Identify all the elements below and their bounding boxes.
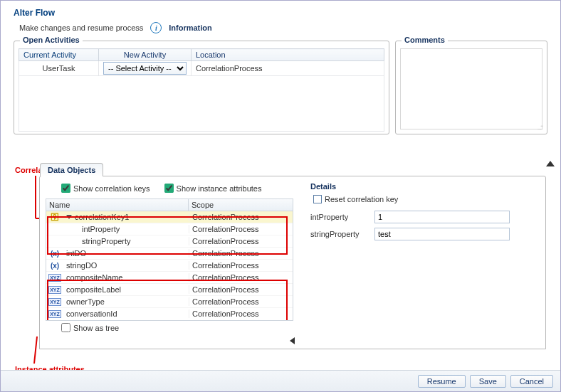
list-item[interactable]: ⚿correlationKey1CorrelationProcess: [46, 211, 293, 223]
open-activities-legend: Open Activities: [20, 36, 83, 44]
list-item[interactable]: XYZownerTypeCorrelationProcess: [46, 296, 293, 308]
chk-show-correlation-label: Show correlation keys: [73, 184, 150, 193]
key-icon: ⚿: [51, 212, 59, 222]
row-scope: CorrelationProcess: [189, 309, 293, 318]
comments-panel: Comments ..::: [395, 41, 547, 134]
row-scope: CorrelationProcess: [189, 237, 293, 245]
chk-show-instance[interactable]: Show instance attributes: [164, 184, 262, 193]
row-scope: CorrelationProcess: [189, 297, 293, 306]
open-activities-panel: Open Activities Current Activity New Act…: [14, 41, 389, 134]
chk-show-as-tree-box[interactable]: [61, 323, 70, 332]
data-objects-panel: Data Objects Show correlation keys Show …: [39, 176, 546, 349]
select-activity[interactable]: -- Select Activity --: [103, 62, 187, 75]
row-name: intProperty: [82, 225, 120, 233]
detail-field-label: stringProperty: [310, 230, 374, 238]
detail-field-label: intProperty: [310, 213, 374, 221]
location-cell: CorrelationProcess: [192, 61, 384, 76]
row-scope: CorrelationProcess: [189, 273, 293, 282]
col-current-activity: Current Activity: [19, 49, 99, 61]
chk-show-as-tree-label: Show as tree: [73, 324, 119, 332]
resume-button[interactable]: Resume: [418, 375, 466, 388]
row-scope: CorrelationProcess: [189, 261, 293, 270]
row-name: intDO: [66, 249, 86, 258]
row-scope: CorrelationProcess: [189, 285, 293, 294]
row-scope: CorrelationProcess: [189, 213, 293, 221]
new-activity-cell: -- Select Activity --: [99, 61, 192, 76]
chk-show-instance-label: Show instance attributes: [177, 184, 262, 193]
resize-grip-icon[interactable]: ..::: [537, 123, 543, 131]
col-location: Location: [192, 49, 384, 61]
row-scope: CorrelationProcess: [189, 249, 293, 258]
detail-field-input[interactable]: [374, 228, 510, 240]
save-button[interactable]: Save: [470, 375, 506, 388]
collapse-toggle-icon[interactable]: [546, 161, 555, 166]
annotation-arrow: [33, 337, 38, 364]
table-row: UserTask -- Select Activity -- Correlati…: [19, 61, 384, 76]
comments-input[interactable]: [400, 48, 542, 129]
variable-icon: (x): [51, 250, 59, 258]
row-name: compositeLabel: [66, 285, 121, 294]
row-name: stringDO: [66, 261, 97, 270]
col-new-activity: New Activity: [99, 49, 192, 61]
current-activity-cell: UserTask: [19, 61, 99, 76]
row-name: compositeName: [66, 273, 122, 282]
col-scope: Scope: [189, 199, 293, 211]
chk-show-correlation-box[interactable]: [61, 184, 70, 193]
chk-reset-correlation-box[interactable]: [313, 195, 322, 203]
list-item[interactable]: intPropertyCorrelationProcess: [46, 223, 293, 235]
annotation-arrow: [35, 176, 36, 218]
open-activities-table: Current Activity New Activity Location U…: [19, 48, 384, 132]
row-scope: CorrelationProcess: [189, 225, 293, 233]
row-name: stringProperty: [82, 237, 130, 245]
info-label: Information: [169, 23, 212, 32]
button-bar: Resume Save Cancel: [1, 370, 560, 391]
data-objects-grid: Name Scope ⚿correlationKey1CorrelationPr…: [46, 198, 293, 321]
chk-reset-correlation[interactable]: Reset correlation key: [313, 195, 541, 203]
list-item[interactable]: XYZcompositeLabelCorrelationProcess: [46, 284, 293, 296]
row-name: conversationId: [66, 309, 117, 318]
details-heading: Details: [310, 182, 541, 191]
scroll-left-icon[interactable]: [290, 337, 295, 344]
list-item[interactable]: XYZcompositeNameCorrelationProcess: [46, 272, 293, 284]
row-name: ownerType: [66, 297, 105, 306]
xyz-icon: XYZ: [48, 310, 61, 318]
subtitle-text: Make changes and resume process: [19, 23, 143, 32]
detail-field-input[interactable]: [374, 211, 510, 223]
variable-icon: (x): [51, 262, 59, 270]
expander-icon[interactable]: [66, 215, 72, 219]
chk-show-as-tree[interactable]: Show as tree: [46, 321, 296, 332]
list-item[interactable]: (x)stringDOCorrelationProcess: [46, 260, 293, 272]
chk-show-instance-box[interactable]: [164, 184, 174, 193]
page-title: Alter Flow: [14, 8, 555, 18]
cancel-button[interactable]: Cancel: [510, 375, 553, 388]
col-name: Name: [46, 199, 189, 211]
row-name: correlationKey1: [75, 213, 129, 221]
info-icon: i: [150, 22, 162, 33]
list-item[interactable]: stringPropertyCorrelationProcess: [46, 235, 293, 248]
tab-data-objects[interactable]: Data Objects: [40, 163, 103, 176]
comments-legend: Comments: [402, 36, 448, 44]
list-item[interactable]: (x)intDOCorrelationProcess: [46, 248, 293, 260]
xyz-icon: XYZ: [48, 298, 61, 306]
xyz-icon: XYZ: [48, 286, 61, 294]
list-item[interactable]: XYZconversationIdCorrelationProcess: [46, 308, 293, 319]
chk-show-correlation[interactable]: Show correlation keys: [61, 184, 150, 193]
xyz-icon: XYZ: [48, 274, 61, 282]
chk-reset-correlation-label: Reset correlation key: [325, 195, 398, 203]
